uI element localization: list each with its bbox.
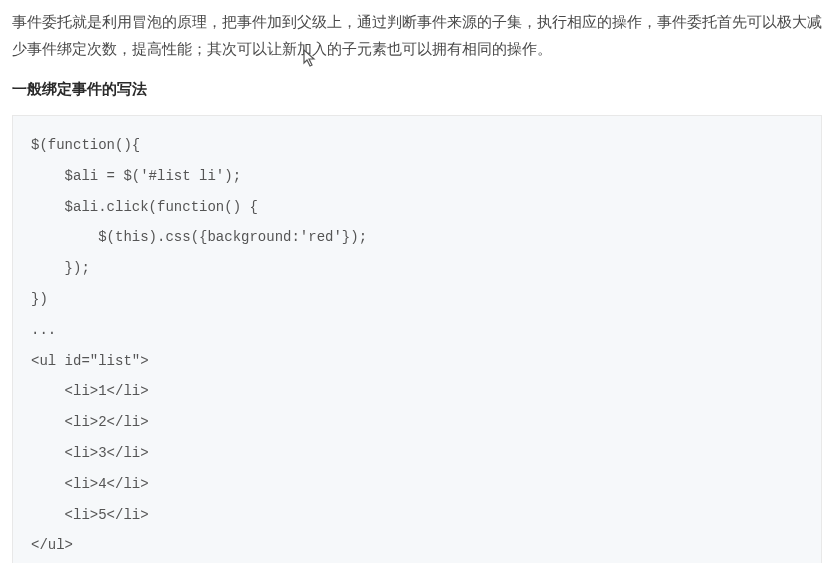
code-block: $(function(){ $ali = $('#list li'); $ali…: [12, 115, 822, 563]
intro-paragraph: 事件委托就是利用冒泡的原理，把事件加到父级上，通过判断事件来源的子集，执行相应的…: [12, 8, 822, 62]
section-heading: 一般绑定事件的写法: [12, 80, 822, 99]
